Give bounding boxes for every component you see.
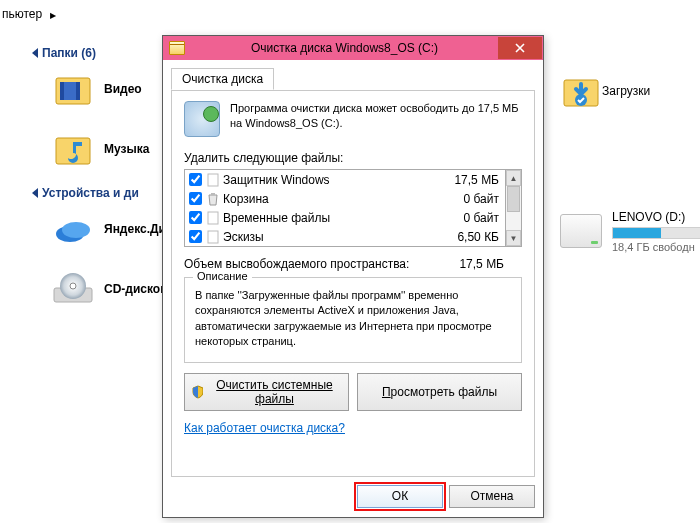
downloads-folder-icon (560, 70, 602, 112)
breadcrumb-item[interactable]: пьютер (2, 7, 42, 21)
list-checkbox[interactable] (189, 173, 202, 186)
button-label: Очистить системные файлы (207, 378, 342, 406)
file-icon (206, 211, 220, 225)
list-item[interactable]: Корзина 0 байт (185, 189, 505, 208)
section-devices-header: Устройства и ди (32, 184, 168, 200)
svg-point-6 (62, 222, 90, 238)
list-checkbox[interactable] (189, 211, 202, 224)
section-folders-header: Папки (6) (32, 44, 149, 60)
cd-drive-icon (52, 268, 94, 310)
list-item[interactable]: Временные файлы 0 байт (185, 208, 505, 227)
list-item-size: 17,5 МБ (445, 173, 501, 187)
list-item-size: 0 байт (445, 211, 501, 225)
drive-label: Яндекс.Ди (94, 222, 166, 236)
svg-rect-2 (60, 82, 64, 100)
drive-item-yadisk[interactable]: Яндекс.Ди (52, 208, 168, 250)
disk-cleanup-dialog: Очистка диска Windows8_OS (C:) Очистка д… (162, 35, 544, 518)
tab-panel: Программа очистки диска может освободить… (171, 90, 535, 477)
list-item-name: Корзина (223, 192, 445, 206)
list-item-name: Защитник Windows (223, 173, 445, 187)
list-checkbox[interactable] (189, 230, 202, 243)
description-text: В папке ''Загруженные файлы программ'' в… (195, 288, 511, 350)
list-item-size: 6,50 КБ (445, 230, 501, 244)
list-checkbox[interactable] (189, 192, 202, 205)
list-item-name: Эскизы (223, 230, 445, 244)
ok-button[interactable]: ОК (357, 485, 443, 508)
drive-label: LENOVO (D:) (612, 210, 700, 224)
titlebar-text: Очистка диска Windows8_OS (C:) (191, 41, 498, 55)
delete-files-label: Удалить следующие файлы: (184, 151, 522, 165)
yandex-disk-icon (52, 208, 94, 250)
close-button[interactable] (498, 37, 542, 59)
svg-rect-13 (211, 193, 215, 195)
drive-label: CD-дисков (94, 282, 168, 296)
close-icon (514, 42, 526, 54)
tab-cleanup[interactable]: Очистка диска (171, 68, 274, 90)
how-it-works-link[interactable]: Как работает очистка диска? (184, 421, 522, 435)
list-item-size: 0 байт (445, 192, 501, 206)
music-folder-icon (52, 128, 94, 170)
video-folder-icon (52, 68, 94, 110)
description-group: Описание В папке ''Загруженные файлы про… (184, 277, 522, 363)
triangle-collapse-icon[interactable] (32, 188, 38, 198)
shield-icon (191, 385, 203, 399)
drive-free-text: 18,4 ГБ свободн (612, 241, 700, 253)
folder-label: Музыка (94, 142, 149, 156)
folder-item-downloads[interactable]: Загрузки (560, 70, 650, 112)
folder-label: Загрузки (602, 84, 650, 98)
total-value: 17,5 МБ (459, 257, 522, 271)
chevron-right-icon (46, 9, 60, 20)
file-icon (206, 230, 220, 244)
svg-point-9 (70, 283, 76, 289)
files-list: Защитник Windows 17,5 МБ Корзина 0 байт (184, 169, 506, 247)
folder-item-music[interactable]: Музыка (52, 128, 149, 170)
dialog-header-text: Программа очистки диска может освободить… (230, 101, 522, 131)
recycle-bin-icon (206, 192, 220, 206)
titlebar[interactable]: Очистка диска Windows8_OS (C:) (163, 36, 543, 60)
drive-item-lenovo[interactable]: LENOVO (D:) 18,4 ГБ свободн (560, 210, 700, 253)
cancel-button[interactable]: Отмена (449, 485, 535, 508)
scroll-down-button[interactable]: ▼ (506, 230, 521, 246)
svg-rect-14 (208, 212, 218, 224)
triangle-collapse-icon[interactable] (32, 48, 38, 58)
breadcrumb: пьютер (2, 0, 60, 28)
file-icon (206, 173, 220, 187)
drive-usage-bar (612, 227, 700, 239)
description-legend: Описание (193, 270, 252, 282)
folder-item-video[interactable]: Видео (52, 68, 149, 110)
disk-cleanup-icon (169, 41, 185, 55)
total-label: Объем высвобождаемого пространства: (184, 257, 409, 271)
svg-rect-12 (208, 174, 218, 186)
hdd-drive-icon (560, 214, 602, 248)
clean-system-files-button[interactable]: Очистить системные файлы (184, 373, 349, 411)
list-item-name: Временные файлы (223, 211, 445, 225)
view-files-button[interactable]: Просмотреть файлы (357, 373, 522, 411)
button-label: Просмотреть файлы (382, 385, 497, 399)
scroll-up-button[interactable]: ▲ (506, 170, 521, 186)
folder-label: Видео (94, 82, 142, 96)
list-item[interactable]: Защитник Windows 17,5 МБ (185, 170, 505, 189)
list-item[interactable]: Эскизы 6,50 КБ (185, 227, 505, 246)
svg-rect-3 (76, 82, 80, 100)
scrollbar[interactable]: ▲ ▼ (506, 169, 522, 247)
scroll-track[interactable] (506, 186, 521, 230)
svg-rect-15 (208, 231, 218, 243)
scroll-thumb[interactable] (507, 186, 520, 212)
disk-cleanup-large-icon (184, 101, 220, 137)
drive-item-cd[interactable]: CD-дисков (52, 268, 168, 310)
